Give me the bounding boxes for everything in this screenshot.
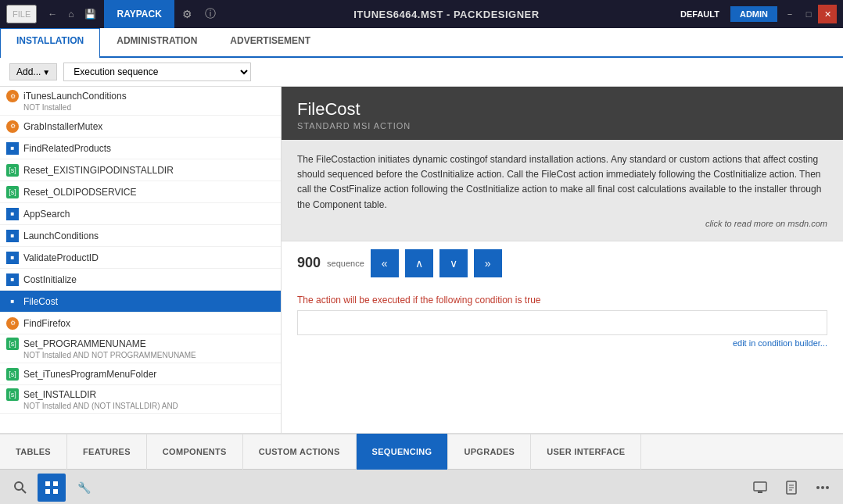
list-item[interactable]: ■AppSearch (0, 203, 281, 225)
gear-icon: ⚙ (6, 317, 19, 330)
admin-user-button[interactable]: ADMIN (730, 6, 777, 22)
list-item[interactable]: ■ValidateProductID (0, 247, 281, 269)
list-item[interactable]: ⚙GrabInstallerMutex (0, 116, 281, 138)
detail-title: FileCost (297, 99, 827, 120)
item-name: LaunchConditions (23, 231, 99, 241)
bracket-icon: [s] (6, 368, 19, 381)
svg-rect-5 (53, 489, 58, 494)
search-status-icon[interactable] (6, 474, 34, 502)
list-item[interactable]: ■FindRelatedProducts (0, 138, 281, 159)
list-item[interactable]: ⚙FindFirefox (0, 313, 281, 334)
app-tab[interactable]: RAYPACK (104, 0, 174, 28)
default-user-button[interactable]: DEFAULT (671, 6, 729, 22)
list-item[interactable]: [s]Set_iTunesProgramMenuFolder (0, 363, 281, 385)
back-button[interactable]: ← (43, 5, 62, 23)
tab-upgrades[interactable]: UPGRADES (448, 434, 531, 470)
grid-status-icon[interactable] (38, 474, 66, 502)
settings-icon[interactable]: ⚙ (176, 5, 199, 23)
action-icon: ■ (6, 230, 19, 242)
svg-point-13 (816, 486, 820, 489)
list-item[interactable]: [s]Set_INSTALLDIRNOT Installed AND (NOT … (0, 385, 281, 414)
tab-sequencing[interactable]: SEQUENCING (357, 434, 449, 470)
list-item[interactable]: [s]Reset_OLDIPODSERVICE (0, 181, 281, 203)
minimize-button[interactable]: − (780, 5, 799, 23)
svg-rect-8 (758, 491, 762, 493)
bottom-tabs: TABLES FEATURES COMPONENTS CUSTOM ACTION… (0, 433, 843, 469)
item-name: FileCost (23, 296, 58, 307)
item-name: GrabInstallerMutex (23, 121, 102, 132)
tab-advertisement[interactable]: ADVERTISEMENT (213, 28, 327, 58)
monitor-icon (752, 480, 768, 495)
monitor-status-icon[interactable] (746, 474, 774, 502)
user-buttons: DEFAULT ADMIN (671, 6, 777, 22)
grid-icon (44, 480, 59, 495)
list-item[interactable]: ■CostInitialize (0, 269, 281, 291)
list-item[interactable]: [s]Reset_EXISTINGIPODINSTALLDIR (0, 159, 281, 181)
list-item[interactable]: ■FileCost (0, 291, 281, 313)
home-button[interactable]: ⌂ (63, 5, 78, 23)
action-icon: ■ (6, 295, 19, 308)
item-name: Reset_EXISTINGIPODINSTALLDIR (23, 165, 174, 176)
tab-installation[interactable]: INSTALLATION (0, 28, 100, 58)
main-tabs: INSTALLATION ADMINISTRATION ADVERTISEMEN… (0, 28, 843, 58)
title-bar: FILE ← ⌂ 💾 RAYPACK ⚙ ⓘ ITUNES6464.MST - … (0, 0, 843, 28)
item-name: Set_iTunesProgramMenuFolder (23, 369, 156, 380)
svg-point-15 (826, 486, 829, 489)
help-icon[interactable]: ⓘ (199, 4, 222, 24)
tab-features[interactable]: FEATURES (67, 434, 147, 470)
left-panel: ⚙iTunesLaunchConditionsNOT Installed⚙Gra… (0, 87, 282, 433)
item-name: FindFirefox (23, 318, 70, 329)
sequence-up-button[interactable]: ∧ (405, 249, 433, 277)
svg-rect-4 (45, 489, 50, 494)
tab-custom-actions[interactable]: CUSTOM ACTIONS (243, 434, 357, 470)
condition-label: The action will be executed if the follo… (297, 295, 827, 306)
add-label: Add... (16, 66, 41, 77)
sequence-down-button[interactable]: ∨ (439, 249, 468, 277)
file-menu[interactable]: FILE (6, 5, 37, 23)
detail-header: FileCost STANDARD MSI ACTION (282, 87, 843, 140)
more-status-icon[interactable] (809, 474, 837, 502)
list-item[interactable]: [s]Set_PROGRAMMENUNAMENOT Installed AND … (0, 334, 281, 363)
action-list[interactable]: ⚙iTunesLaunchConditionsNOT Installed⚙Gra… (0, 87, 281, 433)
gear-icon: ⚙ (6, 120, 19, 133)
document-status-icon[interactable] (777, 474, 805, 502)
sequence-last-button[interactable]: » (474, 249, 502, 277)
toolbar: Add... ▼ Execution sequence UI sequenceC… (0, 58, 843, 87)
document-title: ITUNES6464.MST - PACKDESIGNER (222, 9, 671, 20)
wrench-status-icon[interactable]: 🔧 (69, 474, 97, 502)
list-item[interactable]: ⚙iTunesLaunchConditionsNOT Installed (0, 87, 281, 116)
item-subtitle: NOT Installed AND (NOT INSTALLDIR) AND (23, 402, 274, 410)
tab-administration[interactable]: ADMINISTRATION (100, 28, 213, 58)
nav-buttons: ← ⌂ 💾 (43, 5, 101, 23)
close-button[interactable]: ✕ (818, 5, 837, 23)
add-button[interactable]: Add... ▼ (9, 63, 57, 80)
item-name: FindRelatedProducts (23, 143, 111, 154)
item-name: AppSearch (23, 209, 70, 220)
tab-components[interactable]: COMPONENTS (147, 434, 243, 470)
item-subtitle: NOT Installed AND NOT PROGRAMMENUNAME (23, 351, 274, 359)
tab-tables[interactable]: TABLES (0, 434, 67, 470)
item-name: Reset_OLDIPODSERVICE (23, 187, 137, 198)
gear-icon: ⚙ (6, 90, 19, 102)
item-subtitle: NOT Installed (23, 103, 274, 112)
detail-subtitle: STANDARD MSI ACTION (297, 121, 827, 130)
item-name: ValidateProductID (23, 252, 99, 263)
condition-area: The action will be executed if the follo… (282, 285, 843, 357)
main-area: ⚙iTunesLaunchConditionsNOT Installed⚙Gra… (0, 87, 843, 433)
save-button[interactable]: 💾 (80, 5, 101, 23)
tab-user-interface[interactable]: USER INTERFACE (531, 434, 641, 470)
sequence-first-button[interactable]: « (371, 249, 399, 277)
sequence-dropdown[interactable]: Execution sequence UI sequenceCommit seq… (63, 63, 251, 81)
bracket-icon: [s] (6, 388, 19, 401)
read-more-link[interactable]: click to read more on msdn.com (297, 219, 827, 228)
list-item[interactable]: ■LaunchConditions (0, 225, 281, 247)
condition-builder-link[interactable]: edit in condition builder... (297, 338, 827, 348)
maximize-button[interactable]: □ (799, 5, 818, 23)
search-icon (13, 480, 28, 495)
detail-description: The FileCostaction initiates dynamic cos… (297, 152, 827, 213)
condition-input[interactable] (297, 310, 827, 335)
window-controls: − □ ✕ (780, 5, 837, 23)
svg-point-0 (15, 482, 23, 490)
svg-rect-2 (45, 481, 50, 486)
item-name: Set_INSTALLDIR (23, 389, 96, 400)
